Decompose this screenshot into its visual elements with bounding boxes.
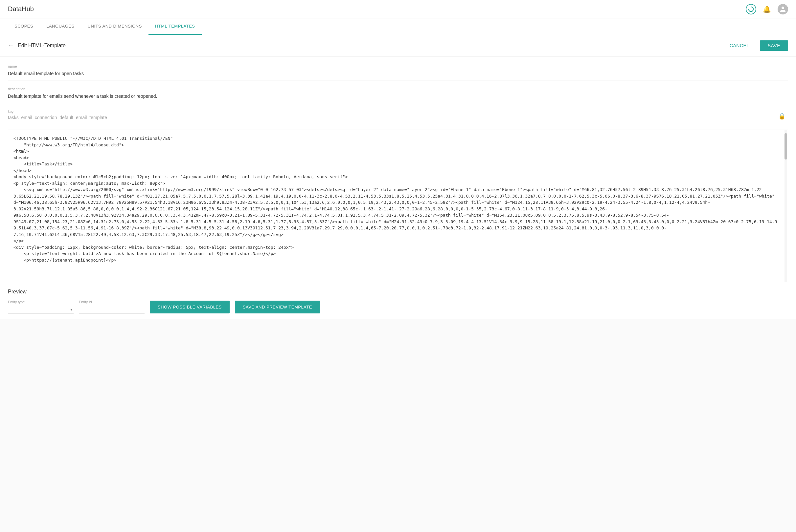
tab-html-templates[interactable]: HTML TEMPLATES <box>148 18 202 35</box>
edit-header: ← Edit HTML-Template CANCEL SAVE <box>0 35 796 56</box>
top-bar-icons: 🔔 <box>746 4 788 15</box>
bell-icon[interactable]: 🔔 <box>763 5 771 13</box>
preview-controls: Entity type ▾ Entity Id SHOW POSSIBLE VA… <box>8 300 788 319</box>
avatar[interactable] <box>778 4 788 15</box>
edit-header-right: CANCEL SAVE <box>724 40 788 51</box>
editor-scrollbar[interactable] <box>784 130 787 282</box>
tab-languages[interactable]: LANGUAGES <box>40 18 81 35</box>
loading-icon <box>746 4 756 15</box>
code-editor-wrapper <box>8 130 788 282</box>
key-label: key <box>8 110 788 114</box>
show-vars-button[interactable]: SHOW POSSIBLE VARIABLES <box>150 301 230 314</box>
content-inner: name Default email template for open tas… <box>0 56 796 319</box>
description-value[interactable]: Default template for emails send wheneve… <box>8 92 788 100</box>
page-title: Edit HTML-Template <box>18 43 66 49</box>
tab-scopes[interactable]: SCOPES <box>8 18 40 35</box>
save-button[interactable]: SAVE <box>760 40 788 51</box>
name-field-group: name Default email template for open tas… <box>8 64 788 80</box>
tab-units-dimensions[interactable]: UNITS AND DIMENSIONS <box>81 18 148 35</box>
save-preview-button[interactable]: SAVE AND PREVIEW TEMPLATE <box>235 301 320 314</box>
description-label: description <box>8 87 788 91</box>
key-field-group: key tasks_email_connection_default_email… <box>8 110 788 123</box>
entity-id-input[interactable] <box>79 305 145 314</box>
key-value: tasks_email_connection_default_email_tem… <box>8 115 788 120</box>
editor-scrollbar-thumb <box>784 133 787 159</box>
entity-type-label: Entity type <box>8 300 74 304</box>
cancel-button[interactable]: CANCEL <box>724 40 755 51</box>
preview-section: Preview Entity type ▾ Entity Id <box>0 282 796 319</box>
preview-title: Preview <box>8 289 788 295</box>
entity-id-label: Entity Id <box>79 300 145 304</box>
main-content: name Default email template for open tas… <box>0 56 796 532</box>
entity-type-select[interactable] <box>8 305 74 314</box>
top-bar: DataHub 🔔 <box>0 0 796 18</box>
edit-header-left: ← Edit HTML-Template <box>8 42 66 49</box>
svg-point-0 <box>749 6 753 11</box>
code-editor[interactable] <box>8 130 788 281</box>
app-logo: DataHub <box>8 5 34 13</box>
lock-icon: 🔒 <box>778 113 785 120</box>
name-value[interactable]: Default email template for open tasks <box>8 70 788 77</box>
back-button[interactable]: ← <box>8 42 14 49</box>
entity-type-group: Entity type ▾ <box>8 300 74 314</box>
description-field-group: description Default template for emails … <box>8 87 788 103</box>
entity-type-select-wrapper: ▾ <box>8 305 74 314</box>
tab-nav: SCOPES LANGUAGES UNITS AND DIMENSIONS HT… <box>0 18 796 35</box>
entity-id-group: Entity Id <box>79 300 145 314</box>
form-area: name Default email template for open tas… <box>0 56 796 123</box>
name-label: name <box>8 64 788 68</box>
